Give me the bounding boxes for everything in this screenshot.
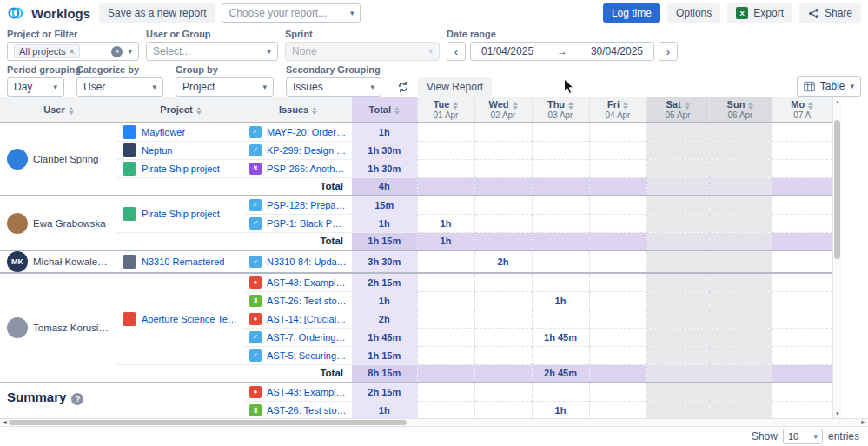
scroll-down-arrow[interactable]: ▼ (833, 411, 842, 416)
column-header-total[interactable]: Total (352, 97, 417, 123)
period-grouping-select[interactable]: Day ▾ (7, 77, 64, 97)
date-to-value[interactable]: 30/04/2025 (591, 45, 643, 57)
day-cell (646, 310, 709, 328)
project-link[interactable]: N3310 Remastered (142, 256, 224, 267)
group-total-row: Total1h 15m1h (0, 232, 832, 250)
options-button[interactable]: Options (667, 3, 720, 23)
date-next-button[interactable]: › (659, 42, 678, 61)
sort-icon[interactable] (453, 102, 458, 110)
issue-link[interactable]: MAYF-20: Order materi... (267, 127, 347, 137)
day-cell: 1h 45m (532, 328, 589, 346)
sort-icon[interactable] (69, 107, 74, 115)
issue-link[interactable]: AST-7: Ordering suffici... (267, 332, 347, 343)
date-from-value[interactable]: 01/04/2025 (481, 45, 533, 57)
vertical-scrollbar-thumb[interactable] (834, 120, 840, 259)
save-report-button[interactable]: Save as a new report (99, 3, 215, 23)
project-filter-select[interactable]: All projects × × ▾ (7, 42, 139, 61)
table-view-button[interactable]: Table ▾ (797, 76, 861, 97)
user-cell-content: Tomasz Korusiewi... (7, 317, 112, 338)
page-size-select[interactable]: 10 ▾ (783, 429, 823, 444)
log-time-button[interactable]: Log time (603, 3, 660, 23)
day-cell (709, 177, 772, 196)
sort-icon[interactable] (513, 102, 518, 110)
report-select[interactable]: Choose your report... ▾ (222, 3, 361, 23)
report-select-placeholder: Choose your report... (229, 7, 344, 19)
issue-link[interactable]: AST-26: Test story 1 (267, 296, 347, 306)
issue-link[interactable]: PSP-128: Prepare men... (267, 200, 347, 210)
share-button[interactable]: Share (799, 3, 861, 23)
date-prev-button[interactable]: ‹ (447, 42, 466, 61)
refresh-icon[interactable] (394, 77, 413, 97)
sort-icon[interactable] (568, 102, 573, 110)
sort-icon[interactable] (685, 102, 690, 110)
issue-link[interactable]: AST-43: Example Bug 3 (267, 387, 347, 397)
task-issue-type-icon: ✓ (249, 331, 262, 343)
day-cell (772, 232, 832, 250)
group-by-select[interactable]: Project ▾ (176, 77, 274, 97)
date-header-day: Mo (776, 99, 830, 110)
column-header-user[interactable]: User (0, 97, 117, 123)
issue-link[interactable]: AST-43: Example Bug 3 (267, 277, 347, 288)
user-filter-select[interactable]: Select... ▾ (146, 42, 278, 61)
project-link[interactable]: Aperture Science Testing (142, 314, 239, 324)
day-cell (417, 250, 474, 273)
horizontal-scrollbar-thumb[interactable] (9, 420, 407, 425)
scroll-right-arrow[interactable]: ► (860, 419, 866, 426)
group-total-label: Total (117, 232, 352, 250)
column-header-date[interactable]: Sat05 Apr (646, 97, 709, 123)
issue-link[interactable]: PSP-1: Black Pearl (267, 218, 347, 229)
sort-icon[interactable] (623, 102, 628, 110)
day-cell (532, 250, 589, 273)
column-header-date[interactable]: Fri04 Apr (589, 97, 646, 123)
sort-icon[interactable] (394, 107, 400, 115)
project-cell-content: Aperture Science Testing (123, 312, 239, 326)
issue-link[interactable]: AST-5: Securing govern... (267, 350, 347, 361)
issue-cell: ●AST-14: [Crucial Comp... (244, 310, 352, 328)
help-icon[interactable]: ? (71, 393, 83, 405)
column-header-date[interactable]: Mo07 A (772, 97, 832, 123)
secondary-grouping-select[interactable]: Issues ▾ (286, 77, 381, 97)
date-range-input[interactable]: 01/04/2025 → 30/04/2025 (470, 42, 654, 61)
sort-up-arrow (623, 102, 628, 105)
project-link[interactable]: Pirate Ship project (142, 209, 220, 219)
issue-link[interactable]: N3310-84: Update Lan... (267, 256, 347, 267)
issue-cell: ●AST-43: Example Bug 3 (244, 273, 352, 291)
issue-link[interactable]: AST-14: [Crucial Comp... (267, 314, 347, 324)
column-header-project[interactable]: Project (117, 97, 244, 123)
export-button[interactable]: X Export (727, 3, 792, 23)
project-link[interactable]: Neptun (142, 145, 172, 156)
vertical-scrollbar[interactable]: ▲ ▼ (832, 97, 841, 418)
day-cell (417, 177, 474, 196)
issue-link[interactable]: PSP-266: Another Epic (267, 163, 347, 174)
table-view-label: Table (820, 80, 845, 92)
project-link[interactable]: Mayflower (142, 127, 185, 137)
column-header-issues[interactable]: Issues (244, 97, 352, 123)
column-header-date[interactable]: Wed02 Apr (474, 97, 532, 123)
scroll-up-arrow[interactable]: ▲ (833, 99, 842, 104)
categorize-by-select[interactable]: User ▾ (76, 77, 163, 97)
scroll-left-arrow[interactable]: ◄ (2, 419, 8, 426)
sort-icon[interactable] (808, 102, 813, 110)
footer: Show 10 ▾ entries (0, 427, 868, 446)
date-header-date: 03 Apr (536, 110, 586, 120)
column-header-date[interactable]: Tue01 Apr (417, 97, 474, 123)
horizontal-scrollbar[interactable]: ◄ ► (0, 418, 868, 427)
chip-remove-icon[interactable]: × (70, 47, 75, 57)
worklog-row: Claribel SpringMayflower✓MAYF-20: Order … (0, 123, 832, 141)
project-filter-chip[interactable]: All projects × (14, 44, 80, 58)
issue-link[interactable]: AST-26: Test story 1 (267, 405, 347, 416)
sort-icon[interactable] (196, 107, 202, 115)
day-cell (474, 159, 532, 177)
sort-icon[interactable] (312, 107, 317, 115)
issue-link[interactable]: KP-299: Design banners (267, 145, 347, 156)
clear-filter-icon[interactable]: × (111, 46, 123, 57)
day-cell (474, 346, 532, 364)
sort-icon[interactable] (748, 102, 753, 110)
view-report-button[interactable]: View Report (418, 77, 492, 97)
project-link[interactable]: Pirate Ship project (142, 163, 220, 174)
row-total-value: 2h 15m (352, 273, 417, 291)
column-header-date[interactable]: Thu03 Apr (532, 97, 589, 123)
column-header-date[interactable]: Sun06 Apr (709, 97, 772, 123)
summary-row: Summary?●AST-43: Example Bug 32h 15m (0, 383, 832, 401)
day-cell (709, 346, 772, 364)
